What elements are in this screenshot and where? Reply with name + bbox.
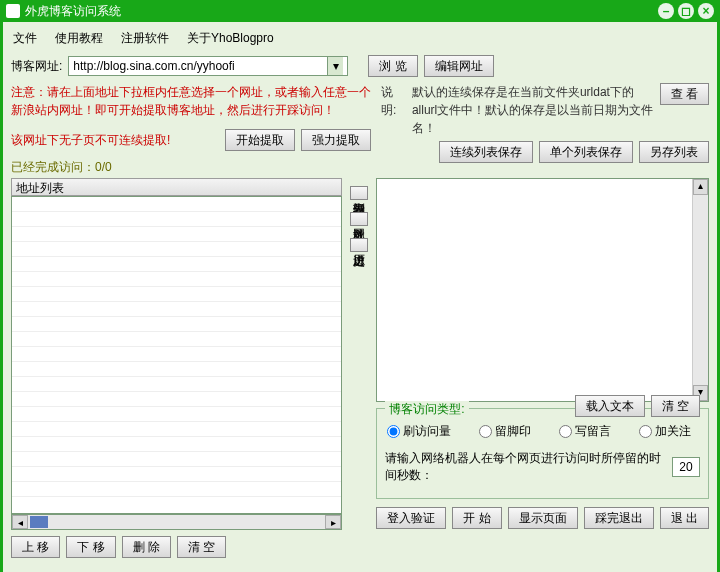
cont-save-button[interactable]: 连续列表保存	[439, 141, 533, 163]
menu-about[interactable]: 关于YhoBlogpro	[187, 30, 274, 47]
radio-visits[interactable]: 刷访问量	[387, 423, 451, 440]
radio-message[interactable]: 写留言	[559, 423, 611, 440]
clear-right-button[interactable]: 清 空	[651, 395, 700, 417]
url-combo[interactable]: http://blog.sina.com.cn/yyhoofi ▾	[68, 56, 348, 76]
menu-file[interactable]: 文件	[13, 30, 37, 47]
progress-label: 已经完成访问：0/0	[11, 159, 371, 176]
stop-button[interactable]: 踩完退出	[584, 507, 654, 529]
window-title: 外虎博客访问系统	[25, 3, 658, 20]
explain-text: 说明: 默认的连续保存是在当前文件夹urldat下的allurl文件中！默认的保…	[381, 83, 709, 137]
start-extract-button[interactable]: 开始提取	[225, 129, 295, 151]
h-scrollbar[interactable]: ◂ ▸	[11, 514, 342, 530]
edit-url-button[interactable]: 编辑网址	[424, 55, 494, 77]
clear-left-button[interactable]: 清 空	[177, 536, 226, 558]
move-down-button[interactable]: 下 移	[66, 536, 115, 558]
address-list[interactable]	[11, 196, 342, 514]
show-page-button[interactable]: 显示页面	[508, 507, 578, 529]
force-extract-button[interactable]: 强力提取	[301, 129, 371, 151]
scroll-up-icon[interactable]: ▴	[693, 179, 708, 195]
menu-tutorial[interactable]: 使用教程	[55, 30, 103, 47]
v-scrollbar[interactable]: ▴ ▾	[692, 179, 708, 401]
scroll-left-icon[interactable]: ◂	[12, 515, 28, 529]
view-button[interactable]: 查 看	[660, 83, 709, 105]
radio-footprint[interactable]: 留脚印	[479, 423, 531, 440]
app-icon	[6, 4, 20, 18]
delete-button[interactable]: 删 除	[122, 536, 171, 558]
group-title: 博客访问类型:	[385, 401, 468, 418]
delay-input[interactable]	[672, 457, 700, 477]
load-url-button[interactable]: 载入网址	[350, 212, 368, 226]
move-up-button[interactable]: 上 移	[11, 536, 60, 558]
hint-text: 注意：请在上面地址下拉框内任意选择一个网址，或者输入任意一个新浪站内网址！即可开…	[11, 83, 371, 119]
saveas-button[interactable]: 另存列表	[639, 141, 709, 163]
nochild-text: 该网址下无子页不可连续提取!	[11, 131, 219, 149]
single-save-button[interactable]: 单个列表保存	[539, 141, 633, 163]
url-value: http://blog.sina.com.cn/yyhoofi	[73, 59, 327, 73]
right-textarea[interactable]: ▴ ▾	[376, 178, 709, 402]
minimize-button[interactable]: –	[658, 3, 674, 19]
delay-label: 请输入网络机器人在每个网页进行访问时所停留的时间秒数：	[385, 450, 666, 484]
start-button[interactable]: 开 始	[452, 507, 501, 529]
scroll-right-icon[interactable]: ▸	[325, 515, 341, 529]
list-header: 地址列表	[11, 178, 342, 196]
radio-follow[interactable]: 加关注	[639, 423, 691, 440]
menubar: 文件 使用教程 注册软件 关于YhoBlogpro	[11, 26, 709, 55]
scroll-thumb[interactable]	[30, 516, 48, 528]
menu-register[interactable]: 注册软件	[121, 30, 169, 47]
exit-button[interactable]: 退 出	[660, 507, 709, 529]
url-label: 博客网址:	[11, 58, 62, 75]
browse-button[interactable]: 浏 览	[368, 55, 417, 77]
edit-list-button[interactable]: 编辑列表	[350, 186, 368, 200]
load-text-button[interactable]: 载入文本	[575, 395, 645, 417]
titlebar: 外虎博客访问系统 – ◻ ×	[0, 0, 720, 22]
login-button[interactable]: 登入验证	[376, 507, 446, 529]
chevron-down-icon[interactable]: ▾	[327, 57, 343, 75]
visit-type-group: 博客访问类型: 载入文本 清 空 刷访问量 留脚印 写留言 加关注 请输入网络机…	[376, 408, 709, 499]
filter-history-button[interactable]: 过虑历史	[350, 238, 368, 252]
close-button[interactable]: ×	[698, 3, 714, 19]
maximize-button[interactable]: ◻	[678, 3, 694, 19]
